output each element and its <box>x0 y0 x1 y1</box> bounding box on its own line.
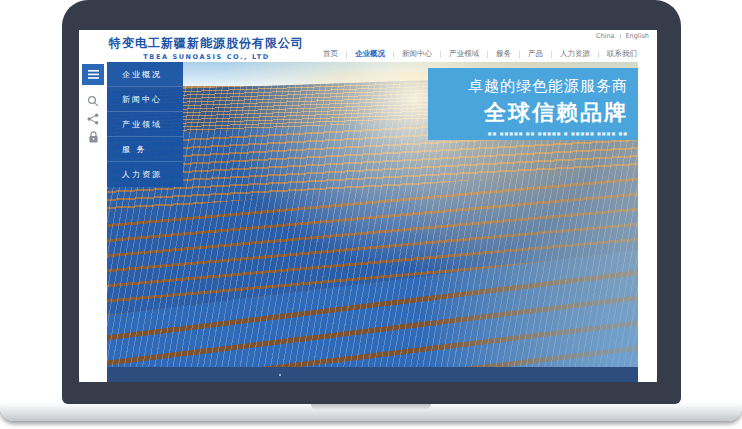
sidebar-icon-strip <box>79 62 107 382</box>
laptop-base <box>0 404 742 421</box>
nav-item-home[interactable]: 首页 <box>315 49 346 59</box>
menu-toggle-button[interactable] <box>82 64 104 85</box>
laptop-notch <box>311 404 431 410</box>
sidebar-item-hr[interactable]: 人力资源 <box>107 162 183 187</box>
search-icon[interactable] <box>87 95 99 107</box>
language-switcher: China English <box>596 32 649 40</box>
sidebar-item-company[interactable]: 企业概况 <box>107 62 183 87</box>
hero-tagline-line1: 卓越的绿色能源服务商 <box>428 77 628 96</box>
sidebar-item-industry[interactable]: 产业领域 <box>107 112 183 137</box>
sidebar-item-news[interactable]: 新闻中心 <box>107 87 183 112</box>
laptop-frame: 特变电工新疆新能源股份有限公司 TBEA SUNOASIS CO., LTD C… <box>62 0 681 404</box>
carousel-indicator-dot[interactable] <box>279 374 281 376</box>
nav-item-products[interactable]: 产品 <box>520 49 551 59</box>
sidebar-item-service[interactable]: 服 务 <box>107 137 183 162</box>
hero-tagline-line2: 全球信赖品牌 <box>428 98 628 128</box>
laptop-screen: 特变电工新疆新能源股份有限公司 TBEA SUNOASIS CO., LTD C… <box>79 30 657 382</box>
nav-item-service[interactable]: 服务 <box>488 49 519 59</box>
lock-icon[interactable] <box>88 131 99 144</box>
nav-item-news[interactable]: 新闻中心 <box>394 49 440 59</box>
share-icon[interactable] <box>87 113 99 125</box>
lang-english[interactable]: English <box>626 32 649 40</box>
nav-item-company[interactable]: 企业概况 <box>347 49 393 59</box>
lang-divider <box>620 34 621 39</box>
nav-item-hr[interactable]: 人力资源 <box>552 49 598 59</box>
nav-item-industry[interactable]: 产业领域 <box>441 49 487 59</box>
lang-china[interactable]: China <box>596 32 615 40</box>
sidebar-tool-icons <box>79 95 107 144</box>
nav-item-contact[interactable]: 联系我们 <box>599 49 645 59</box>
hamburger-icon <box>88 70 99 79</box>
hero-tagline-box: 卓越的绿色能源服务商 全球信赖品牌 ■■ ■■■■■ ■■ ■■■■■ ■ ■■… <box>428 68 638 140</box>
logo-title-cn: 特变电工新疆新能源股份有限公司 <box>109 35 304 52</box>
sidebar-menu-panel: 企业概况 新闻中心 产业领域 服 务 人力资源 <box>107 62 183 187</box>
site-header: 特变电工新疆新能源股份有限公司 TBEA SUNOASIS CO., LTD C… <box>79 30 657 62</box>
footer-band <box>107 367 638 382</box>
hero-banner: 卓越的绿色能源服务商 全球信赖品牌 ■■ ■■■■■ ■■ ■■■■■ ■ ■■… <box>107 62 638 367</box>
site-logo[interactable]: 特变电工新疆新能源股份有限公司 TBEA SUNOASIS CO., LTD <box>109 35 304 61</box>
main-nav: 首页 企业概况 新闻中心 产业领域 服务 产品 人力资源 联系我们 <box>315 49 645 59</box>
hero-tagline-small: ■■ ■■■■■ ■■ ■■■■■ ■ ■■■■■ ■■■■ ■■ <box>428 131 628 136</box>
logo-title-en: TBEA SUNOASIS CO., LTD <box>109 53 304 61</box>
